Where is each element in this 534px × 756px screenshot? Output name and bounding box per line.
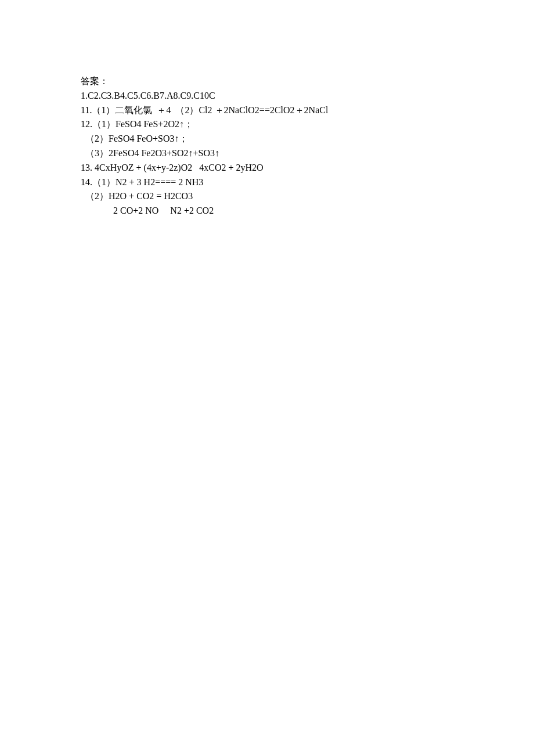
answer-line-11: 11.（1）二氧化氯 ＋4 （2）Cl2 ＋2NaClO2==2ClO2＋2Na… [81, 103, 464, 118]
answer-line-14-2b: 2 CO+2 NO N2 +2 CO2 [81, 204, 464, 218]
answer-line-12-2: （2）FeSO4 FeO+SO3↑； [81, 132, 464, 146]
answer-line-1: 1.C2.C3.B4.C5.C6.B7.A8.C9.C10C [81, 89, 464, 103]
header-label: 答案： [81, 74, 464, 89]
answer-line-14-1: 14.（1）N2 + 3 H2==== 2 NH3 [81, 175, 464, 190]
answer-line-12-3: （3）2FeSO4 Fe2O3+SO2↑+SO3↑ [81, 146, 464, 161]
answer-line-14-2a: （2）H2O + CO2 = H2CO3 [81, 189, 464, 204]
answer-line-12-1: 12.（1）FeSO4 FeS+2O2↑； [81, 117, 464, 132]
answer-line-13: 13. 4CxHyOZ + (4x+y-2z)O2 4xCO2 + 2yH2O [81, 161, 464, 175]
answer-sheet: 答案： 1.C2.C3.B4.C5.C6.B7.A8.C9.C10C 11.（1… [0, 0, 464, 218]
